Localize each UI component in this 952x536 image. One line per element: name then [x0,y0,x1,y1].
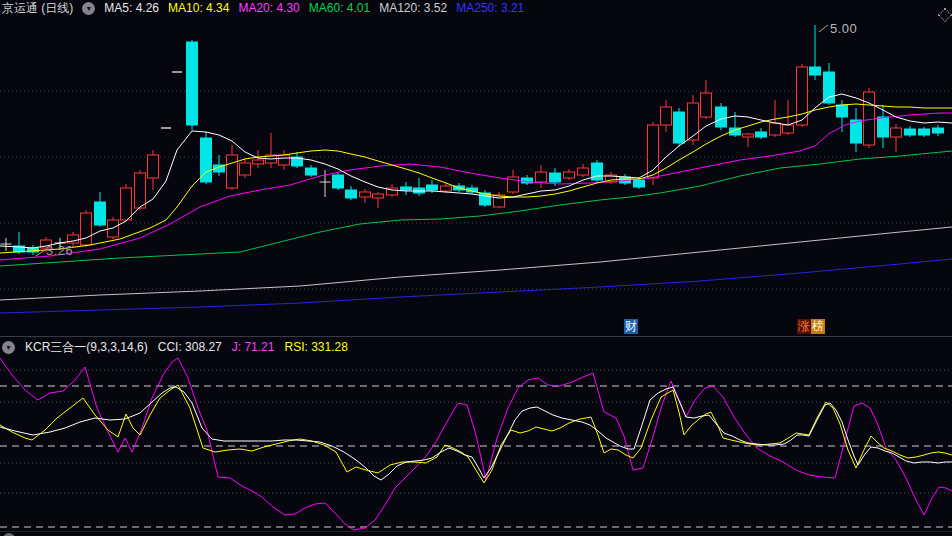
up-candle [373,194,384,198]
up-candle [240,163,251,175]
up-candle [360,192,371,197]
collapse-indicator-panel-icon[interactable]: ▾ [2,341,15,354]
rank-badge-char-zhang: 涨 [797,319,811,334]
cci-value-label: CCI: 308.27 [158,340,222,354]
down-candle [810,67,821,75]
up-candle [578,168,589,175]
ma250-value-label: MA250: 3.21 [456,1,524,15]
up-candle [688,103,699,140]
down-candle [427,185,438,190]
down-candle [346,190,357,198]
down-candle [333,175,344,188]
rank-badge-zhangbang[interactable]: 涨 榜 [797,319,825,334]
rank-badge-char-bang: 榜 [811,319,825,334]
up-candle [253,160,264,164]
ma250-line [0,259,952,313]
ma5-value-label: MA5: 4.26 [104,1,159,15]
chart-canvas[interactable] [0,0,952,536]
up-candle [661,107,672,125]
panel-divider [0,336,952,337]
down-candle [933,128,944,133]
ma20-value-label: MA20: 4.30 [238,1,299,15]
bottom-panel-divider [0,531,952,532]
up-candle [441,186,452,191]
symbol-title: 京运通 (日线) [2,0,73,17]
down-candle [95,202,106,225]
ma120-value-label: MA120: 3.52 [379,1,447,15]
collapse-price-panel-icon[interactable]: ▾ [82,2,95,15]
down-candle [306,168,317,175]
up-candle [279,155,290,165]
up-candle [148,155,159,178]
down-candle [550,173,561,182]
stock-chart-app: 京运通 (日线) ▾ MA5: 4.26 MA10: 4.34 MA20: 4.… [0,0,952,536]
up-candle [783,125,794,133]
down-candle [905,129,916,135]
ma5-line [0,94,952,248]
up-candle [81,213,92,245]
up-candle [891,128,902,137]
j-value-label: J: 71.21 [232,340,275,354]
up-candle [770,123,781,135]
up-candle [135,173,146,208]
up-candle [564,172,575,178]
down-candle [824,72,835,103]
low-price-annotation: 3.26 [46,243,73,258]
j-line [0,358,952,530]
down-candle [919,129,930,135]
down-candle [674,112,685,143]
price-panel-header: 京运通 (日线) ▾ MA5: 4.26 MA10: 4.34 MA20: 4.… [2,0,524,16]
down-candle [878,117,889,137]
up-candle [701,93,712,117]
ma10-value-label: MA10: 4.34 [168,1,229,15]
down-candle [837,105,848,117]
rsi-value-label: RSI: 331.28 [284,340,347,354]
up-candle [864,92,875,145]
up-candle [494,195,505,207]
down-candle [716,107,727,127]
down-candle [401,187,412,190]
high-price-annotation: 5.00 [830,21,857,36]
up-candle [227,155,238,188]
news-badge-cai[interactable]: 财 [624,319,638,334]
up-candle [536,172,547,182]
ma60-value-label: MA60: 4.01 [309,1,370,15]
down-candle [756,132,767,137]
indicator-panel-header: ▾ KCR三合一(9,3,3,14,6) CCI: 308.27 J: 71.2… [2,339,348,355]
indicator-name: KCR三合一(9,3,3,14,6) [25,339,148,356]
up-candle [121,188,132,220]
annotation-leader [819,25,828,32]
down-candle [634,180,645,187]
down-candle [187,42,198,125]
up-candle [743,134,754,137]
